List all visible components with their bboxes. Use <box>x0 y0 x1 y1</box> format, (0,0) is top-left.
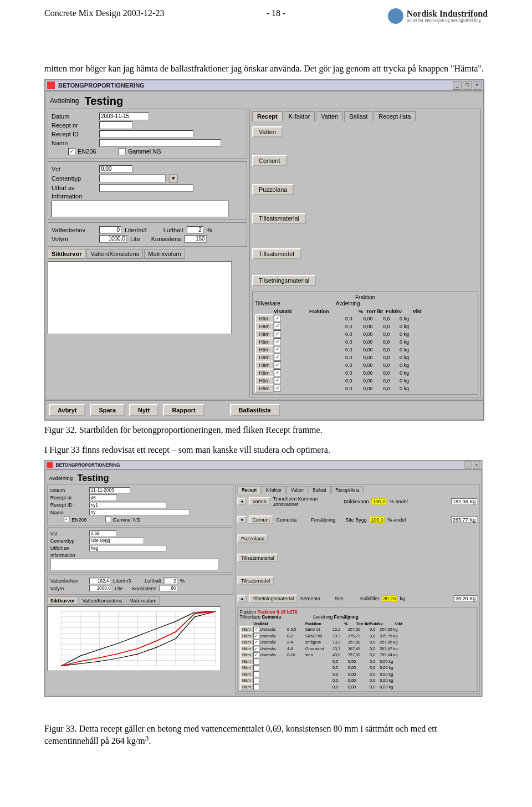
tillsatsmaterial-button[interactable]: Tillsatsmaterial <box>252 213 306 224</box>
fuktkv-value[interactable]: 0,0 <box>370 666 380 670</box>
subtab-vatten-konsistens[interactable]: Vatten/Konsistens <box>86 249 143 259</box>
tab-recept-lista[interactable]: Recept-lista <box>374 111 416 121</box>
cement-button[interactable]: Cement <box>252 155 287 166</box>
fuktkv-value[interactable]: 0,0 <box>370 646 380 651</box>
cementtyp-select[interactable]: Site Bygg <box>89 538 144 544</box>
nav-left-icon[interactable]: ◄ <box>238 595 247 602</box>
tab-vatten[interactable]: Vatten <box>316 111 343 121</box>
volym-input[interactable]: 1000,0 <box>99 235 127 243</box>
fuktkv-value[interactable]: 0,0 <box>383 370 400 376</box>
visa-checkbox[interactable]: ✓ <box>274 361 281 369</box>
fuktkv-value[interactable]: 0,0 <box>383 378 400 384</box>
tab-kfaktor[interactable]: K-faktor <box>262 487 285 494</box>
visa-checkbox[interactable]: ✓ <box>253 627 259 633</box>
minimize-icon[interactable]: _ <box>465 462 472 469</box>
fuktkv-value[interactable]: 0,0 <box>370 634 380 638</box>
receptnr-input[interactable] <box>99 121 132 129</box>
visa-checkbox[interactable] <box>253 684 259 690</box>
information-textarea[interactable] <box>52 201 229 217</box>
konsistens-input[interactable]: 150 <box>185 235 207 243</box>
gammelns-checkbox[interactable] <box>119 148 126 155</box>
fuktkv-value[interactable]: 0,0 <box>383 386 400 391</box>
information-textarea[interactable] <box>50 559 218 570</box>
subtab-matrixvolum[interactable]: Matrixvolum <box>144 249 185 259</box>
subtab-matrixvolum[interactable]: Matrixvolum <box>126 596 160 605</box>
avbryt-button[interactable]: Avbryt <box>49 404 85 416</box>
fuktkv-value[interactable]: 0,0 <box>383 316 400 321</box>
tab-kfaktor[interactable]: K-faktor <box>284 111 315 121</box>
tillsatsmaterial-button[interactable]: Tillsatsmaterial <box>238 554 278 562</box>
vattenbehov-input[interactable]: 182,4 <box>89 578 110 584</box>
ballastlista-button[interactable]: Ballastlista <box>230 404 280 416</box>
visa-checkbox[interactable]: ✓ <box>253 652 259 658</box>
fuktkv-value[interactable]: 0,0 <box>370 685 380 689</box>
tillsatsmedel-button[interactable]: Tillsatsmedel <box>252 248 301 259</box>
torrikt-value[interactable]: 0,00 <box>363 347 383 353</box>
visa-checkbox[interactable]: ✓ <box>274 315 281 322</box>
fuktkv-value[interactable]: 0,0 <box>383 347 400 353</box>
nytt-button[interactable]: Nytt <box>129 404 158 416</box>
torrikt-value[interactable]: 0,00 <box>348 659 370 663</box>
en206-checkbox[interactable]: ✓ <box>68 148 75 155</box>
subtab-siktkurvor[interactable]: Siktkurvor <box>48 249 85 259</box>
torrikt-value[interactable]: 0,00 <box>348 666 370 670</box>
torrikt-value[interactable]: 257,00 <box>348 627 370 632</box>
tab-vatten[interactable]: Vatten <box>287 487 308 494</box>
torrikt-value[interactable]: 0,00 <box>363 355 383 360</box>
spara-button[interactable]: Spara <box>90 404 125 416</box>
torrikt-value[interactable]: 0,00 <box>348 672 370 676</box>
close-icon[interactable]: × <box>473 462 480 469</box>
nav-left-icon[interactable]: ◄ <box>238 516 247 523</box>
puzzolana-button[interactable]: Puzzolana <box>238 535 268 543</box>
cement-pct[interactable]: 100,0 <box>370 517 385 523</box>
receptid-input[interactable]: ny1 <box>89 502 166 508</box>
visa-checkbox[interactable]: ✓ <box>274 346 281 353</box>
torrikt-value[interactable]: 0,00 <box>348 678 370 683</box>
cement-button[interactable]: Cement <box>249 515 274 524</box>
fuktkv-value[interactable]: 0,0 <box>383 339 400 345</box>
tab-ballast[interactable]: Ballast <box>344 111 372 121</box>
tab-recept-lista[interactable]: Recept-lista <box>331 487 364 494</box>
visa-checkbox[interactable] <box>253 658 259 665</box>
visa-checkbox[interactable]: ✓ <box>274 377 281 384</box>
gammelns-checkbox[interactable] <box>105 517 111 523</box>
namn-input[interactable]: ny <box>89 509 189 515</box>
ham-button[interactable]: Häm <box>240 683 254 691</box>
fuktkv-value[interactable]: 0,0 <box>383 324 400 329</box>
torrikt-value[interactable]: 0,00 <box>363 362 383 368</box>
minimize-icon[interactable]: _ <box>453 81 462 90</box>
torrikt-value[interactable]: 0,00 <box>363 339 383 345</box>
utfortav-input[interactable]: heg <box>89 545 166 551</box>
namn-input[interactable] <box>99 139 221 147</box>
lufthalt-input[interactable]: 2 <box>164 578 178 584</box>
visa-checkbox[interactable] <box>253 678 259 684</box>
visa-checkbox[interactable] <box>253 665 259 671</box>
fuktkv-value[interactable]: 0,0 <box>383 355 400 360</box>
visa-checkbox[interactable]: ✓ <box>253 646 259 652</box>
cementtyp-select[interactable] <box>99 175 166 182</box>
visa-checkbox[interactable]: ✓ <box>274 338 281 345</box>
vatten-button[interactable]: Vatten <box>249 497 270 505</box>
visa-checkbox[interactable]: ✓ <box>274 385 281 392</box>
tillsatsmedel-button[interactable]: Tillsatsmedel <box>238 576 274 585</box>
fuktkv-value[interactable]: 0,0 <box>370 659 380 663</box>
visa-checkbox[interactable]: ✓ <box>274 323 281 330</box>
datum-input[interactable]: 11-11-2003 <box>89 487 130 493</box>
tab-recept[interactable]: Recept <box>238 487 261 494</box>
torrikt-value[interactable]: 0,00 <box>348 685 370 689</box>
visa-checkbox[interactable]: ✓ <box>274 354 281 361</box>
torrikt-value[interactable]: 257,00 <box>348 640 370 645</box>
datum-input[interactable]: 2003-11-15 <box>99 113 149 120</box>
tilset-pct[interactable]: 39,20 <box>382 596 397 602</box>
tilsetningsmaterial-button[interactable]: Tilsetningsmaterial <box>252 275 316 286</box>
torrikt-value[interactable]: 0,00 <box>363 378 383 384</box>
ham-button[interactable]: Häm <box>255 384 274 393</box>
puzzolana-button[interactable]: Puzzolana <box>252 184 294 195</box>
torrikt-value[interactable]: 757,50 <box>348 653 370 657</box>
vatten-pct[interactable]: 100,0 <box>371 498 386 504</box>
visa-checkbox[interactable] <box>253 671 259 677</box>
vct-input[interactable]: 0,69 <box>89 530 116 537</box>
torrikt-value[interactable]: 0,00 <box>363 316 383 321</box>
utfortav-input[interactable] <box>99 184 193 192</box>
konsistens-input[interactable]: 80 <box>159 585 177 591</box>
